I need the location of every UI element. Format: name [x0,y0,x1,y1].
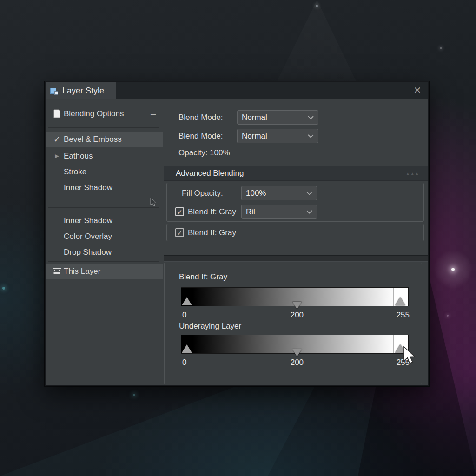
document-icon [52,109,62,118]
blend-mode-row-1: Blend Mode: [178,110,223,125]
sidebar-item-color-overlay[interactable]: Color Overlay [46,229,163,244]
glow-dot [440,47,442,49]
dropdown-value: Normal [242,113,267,122]
sidebar-item-eathous[interactable]: ▶ Eathous [46,148,163,164]
sidebar-item-stroke[interactable]: Stroke [46,164,163,179]
glow-dot [2,287,5,290]
tick-value: 200 [291,311,304,320]
check-icon: ✓ [52,134,62,145]
blend-if-label: Blend If: Gray [188,207,236,217]
layer-style-dialog: Layer Style ✕ Blending Options – ✓ [45,81,429,386]
underlying-layer-label: Underaying Layer [179,322,241,331]
sidebar-divider [48,261,159,262]
mid-point-thumb[interactable] [292,302,302,309]
white-zone-divider [393,335,394,353]
section-splitter [164,255,428,262]
sidebar-item-bevel-emboss[interactable]: ✓ Bevel & Emboss [46,132,163,147]
black-point-thumb[interactable] [182,297,192,305]
opacity-row: Opacity: 100% [178,146,230,159]
blend-if-gray-label: Blend If: Gray [179,272,227,282]
expand-arrow-icon: ▶ [52,153,62,159]
check-icon: ✓ [177,209,183,215]
tick-value: 200 [291,358,304,367]
tick-value: 0 [182,311,186,320]
sidebar-item-label: Eathous [64,152,93,161]
fill-opacity-dropdown[interactable]: 100% [241,186,317,200]
dialog-body: Blending Options – ✓ Bevel & Emboss ▶ Ea… [46,99,428,385]
mid-point-thumb[interactable] [292,349,302,357]
triangle-grip-icon: ▲▲▲ [406,172,420,176]
collapse-minus-icon[interactable]: – [151,112,156,116]
tick-value: 0 [182,358,186,367]
sidebar-item-label: Stroke [64,167,86,177]
opacity-value-text: Opacity: 100% [178,148,230,158]
white-point-thumb[interactable] [395,297,405,305]
sidebar-item-label: Inner Shadow [64,183,112,192]
glow-dot [133,394,135,396]
chevron-down-icon [308,134,314,138]
black-point-thumb[interactable] [182,344,192,353]
close-button[interactable]: ✕ [411,84,423,96]
blend-mode-label: Blend Mode: [178,132,223,141]
chevron-down-icon [306,210,312,214]
tick-value: 255 [397,311,410,320]
dialog-titlebar: Layer Style ✕ [46,82,428,99]
sidebar-item-label: Inner Shadow [64,216,112,225]
blend-if-checkbox[interactable]: ✓ [175,207,184,216]
blend-if-label: Blend If: Gray [188,228,236,238]
chevron-down-icon [306,192,312,195]
blend-mode-label: Blend Mode: [178,113,223,122]
glow-dot [447,315,449,317]
sidebar-item-label: Color Overlay [64,232,112,241]
blend-mode-row-2: Blend Mode: [178,129,223,143]
blend-mode-dropdown-1[interactable]: Normal [237,110,318,125]
sidebar-item-label: Bevel & Emboss [64,135,122,144]
advanced-blending-header[interactable]: Advanced Blending ▲▲▲ [164,166,428,181]
underlying-layer-slider-ticks: 0 200 255 [181,358,409,369]
check-icon: ✓ [177,230,183,236]
blend-if-checkbox-2[interactable]: ✓ [175,228,184,237]
layer-style-tab[interactable]: Layer Style [46,82,116,99]
section-title: Advanced Blending [176,169,244,178]
tick-value: 255 [397,358,410,367]
options-panel: Blend Mode: Normal Blend Mode: Normal Op… [164,99,428,385]
sidebar-item-label: Blending Options [64,109,124,119]
dropdown-value: Ril [246,207,255,217]
dropdown-value: Normal [242,132,267,141]
blend-if-sliders-panel: Blend If: Gray 0 200 255 Underaying Laye… [164,263,422,384]
sidebar-item-blending-options[interactable]: Blending Options – [46,106,163,121]
glow-dot [451,268,455,271]
glow-dot [316,5,318,7]
dropdown-value: 100% [246,189,266,198]
blend-if-row-2: ✓ Blend If: Gray [175,225,236,240]
sidebar-item-inner-shadow-2[interactable]: Inner Shadow [46,213,163,228]
sidebar-divider [48,127,159,128]
blend-if-row: ✓ Blend If: Gray [175,205,236,219]
blend-mode-dropdown-2[interactable]: Normal [237,129,318,143]
blend-if-box-2: ✓ Blend If: Gray [166,224,424,241]
sidebar-item-inner-shadow[interactable]: Inner Shadow [46,180,163,195]
styles-sidebar: Blending Options – ✓ Bevel & Emboss ▶ Ea… [46,99,163,385]
layers-icon [50,87,58,95]
sidebar-item-label: This Layer [64,267,100,276]
sidebar-divider [48,207,159,208]
layer-table-icon [52,268,62,275]
sidebar-item-label: Drop Shadow [64,248,112,257]
underlying-layer-gradient-slider[interactable] [181,335,409,354]
white-zone-divider [393,288,394,306]
sidebar-item-this-layer[interactable]: This Layer [46,264,163,279]
fill-opacity-label: Fill Opacity: [182,186,223,200]
advanced-blending-box: Fill Opacity: 100% ✓ Blend If: Gray Ril [166,183,424,222]
blend-if-dropdown[interactable]: Ril [241,205,317,219]
dialog-title: Layer Style [62,86,104,96]
this-layer-slider-ticks: 0 200 255 [181,311,409,322]
chevron-down-icon [308,116,314,119]
white-point-thumb[interactable] [395,344,405,353]
this-layer-gradient-slider[interactable] [181,287,409,306]
close-icon: ✕ [414,85,422,96]
sidebar-item-drop-shadow[interactable]: Drop Shadow [46,245,163,260]
